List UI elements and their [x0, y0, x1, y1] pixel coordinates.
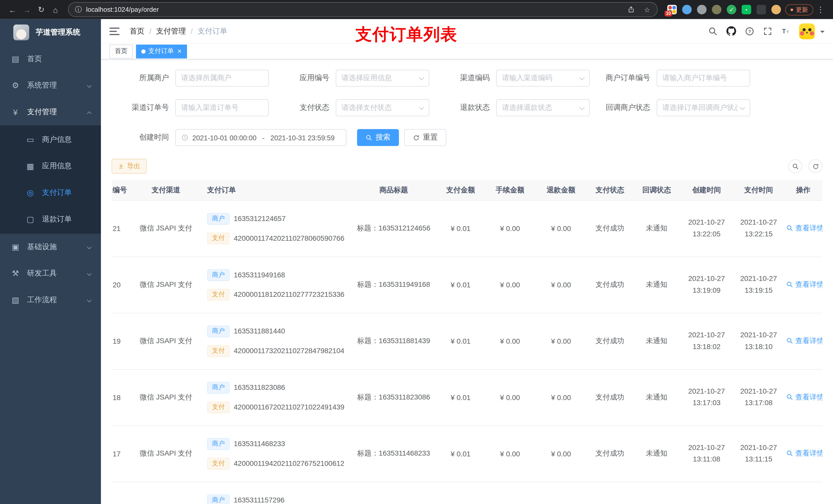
col-channel: 支付渠道 [152, 186, 180, 194]
channel-order-no-input[interactable]: 请输入渠道订单号 [175, 99, 269, 116]
cell-notify: 未通知 [633, 426, 680, 482]
sidebar-item-workflow[interactable]: ▧ 工作流程 [0, 287, 101, 313]
breadcrumb-separator: / [191, 27, 193, 35]
col-action: 操作 [796, 186, 810, 194]
sidebar-item-app-info[interactable]: ▦ 应用信息 [0, 153, 101, 179]
user-avatar[interactable] [799, 23, 815, 39]
create-time-range-picker[interactable]: 2021-10-01 00:00:00 - 2021-10-31 23:59:5… [175, 129, 346, 146]
sidebar-item-pay-order[interactable]: ◎ 支付订单 [0, 179, 101, 206]
github-icon[interactable] [726, 26, 736, 36]
refund-status-select[interactable]: 请选择退款状态 [496, 99, 590, 116]
profile-avatar-icon[interactable] [771, 5, 781, 14]
app-select[interactable]: 请选择应用信息 [336, 70, 429, 87]
chevron-down-icon [87, 83, 92, 88]
reset-button[interactable]: 重置 [404, 129, 446, 146]
site-info-icon[interactable]: ⓘ [75, 5, 82, 14]
merchant-order-no: 1635311823086 [234, 384, 285, 391]
reload-icon[interactable]: ↻ [34, 2, 48, 17]
cell-amount: ¥ 0.01 [437, 426, 485, 482]
share-icon[interactable] [625, 4, 637, 16]
tab-pay-order[interactable]: 支付订单 × [136, 45, 187, 58]
user-menu-caret-icon[interactable] [820, 31, 825, 35]
chevron-down-icon [579, 75, 585, 80]
view-detail-link[interactable]: 查看详情 [786, 392, 822, 402]
export-button[interactable]: 导出 [112, 159, 147, 174]
notify-status-select[interactable]: 请选择订单回调商户状态 [657, 99, 750, 116]
cell-action: 查看详情 [784, 313, 822, 369]
breadcrumb-home[interactable]: 首页 [129, 26, 144, 36]
menu-label: 工作流程 [27, 295, 57, 305]
cell-paid [733, 482, 784, 504]
cell-order: 商户 1635311157296 支付 [205, 482, 351, 504]
browser-update-button[interactable]: 更新 [785, 4, 813, 15]
date-start: 2021-10-01 00:00:00 [192, 134, 256, 142]
pay-status-select[interactable]: 请选择支付状态 [336, 99, 429, 116]
date-separator: - [260, 134, 267, 142]
cell-status [587, 482, 634, 504]
cell-fee: ¥ 0.00 [484, 313, 536, 369]
cell-order: 商户 1635311823086 支付 42000011672021102710… [205, 369, 351, 426]
app-logo[interactable]: 芋道管理系统 [0, 19, 101, 46]
breadcrumb-pay-management[interactable]: 支付管理 [156, 26, 186, 36]
orders-table: 编号 支付渠道 支付订单 商品标题 支付金额 手续金额 退款金额 支付状态 回调… [112, 180, 823, 504]
home-icon[interactable]: ⌂ [48, 2, 63, 17]
sidebar-item-infrastructure[interactable]: ▣ 基础设施 [0, 234, 101, 261]
refresh-table-icon[interactable] [809, 159, 823, 173]
toggle-search-icon[interactable] [788, 159, 802, 173]
merchant-order-no-input[interactable]: 请输入商户订单编号 [657, 70, 750, 87]
font-size-icon[interactable] [781, 26, 790, 36]
forward-icon[interactable]: → [20, 2, 34, 17]
view-detail-link[interactable]: 查看详情 [786, 280, 822, 289]
extension-check-icon[interactable]: ✓ [727, 5, 736, 14]
chevron-down-icon [740, 104, 745, 110]
extension-chat-icon[interactable]: ▪ [742, 5, 751, 14]
view-detail-link[interactable]: 查看详情 [786, 449, 822, 458]
extensions-puzzle-icon[interactable] [756, 5, 766, 14]
extension-drop-icon[interactable] [682, 5, 692, 14]
cell-notify [633, 482, 680, 504]
channel-pay-no: 4200001174202110278060590766 [234, 234, 344, 242]
sidebar-item-home[interactable]: ▤ 首页 [0, 46, 101, 72]
view-detail-link[interactable]: 查看详情 [786, 336, 822, 346]
col-paid: 支付时间 [744, 186, 773, 194]
extension-gray-icon[interactable] [697, 5, 707, 14]
pay-tag: 支付 [207, 401, 230, 413]
view-detail-link[interactable]: 查看详情 [786, 223, 822, 233]
cell-status: 支付成功 [587, 200, 634, 257]
address-bar[interactable]: ⓘ localhost:1024/pay/order ☆ [68, 2, 658, 17]
close-tab-icon[interactable]: × [177, 48, 182, 55]
menu-label: 研发工具 [27, 269, 57, 278]
cell-paid: 2021-10-2713:18:10 [733, 313, 784, 369]
cell-id [112, 482, 127, 504]
menu-label: 应用信息 [42, 161, 72, 171]
sidebar-menu: ▤ 首页 ⚙ 系统管理 ¥ 支付管理 ▭ 商户信息 [0, 46, 101, 313]
search-button[interactable]: 搜索 [357, 129, 399, 146]
cell-id: 17 [112, 426, 127, 482]
channel-code-input[interactable]: 请输入渠道编码 [496, 70, 590, 87]
browser-menu-icon[interactable]: ⋮ [813, 2, 828, 17]
extension-olive-icon[interactable] [712, 5, 721, 14]
sidebar-item-devtools[interactable]: ⚒ 研发工具 [0, 260, 101, 287]
tab-home[interactable]: 首页 [110, 45, 133, 58]
sidebar-item-system[interactable]: ⚙ 系统管理 [0, 72, 101, 99]
merchant-select[interactable]: 请选择所属商户 [175, 70, 269, 87]
search-icon[interactable] [708, 26, 718, 36]
merchant-tag: 商户 [207, 269, 230, 281]
navbar-actions [708, 23, 825, 39]
cell-title: 标题：1635311881439 [351, 313, 437, 369]
cell-title: 标题： [351, 482, 437, 504]
channel-pay-no: 4200001181202110277723215336 [234, 291, 344, 298]
bookmark-star-icon[interactable]: ☆ [641, 4, 653, 16]
sidebar-toggle-icon[interactable] [110, 27, 119, 35]
sidebar-item-merchant-info[interactable]: ▭ 商户信息 [0, 126, 101, 153]
fullscreen-icon[interactable] [763, 26, 772, 36]
help-icon[interactable] [745, 26, 754, 36]
cell-refund: ¥ 0.00 [536, 313, 587, 369]
page-content: 所属商户 请选择所属商户 应用编号 请选择应用信息 渠道编码 [101, 60, 833, 504]
cell-order: 商户 1635311881440 支付 42000011732021102728… [205, 313, 351, 369]
extension-colorful-icon[interactable]: 10 [667, 5, 677, 14]
sidebar-item-refund-order[interactable]: ▢ 退款订单 [0, 206, 101, 233]
pay-status-label: 支付状态 [272, 103, 336, 113]
sidebar-item-payment[interactable]: ¥ 支付管理 [0, 99, 101, 125]
back-icon[interactable]: ← [5, 2, 20, 17]
